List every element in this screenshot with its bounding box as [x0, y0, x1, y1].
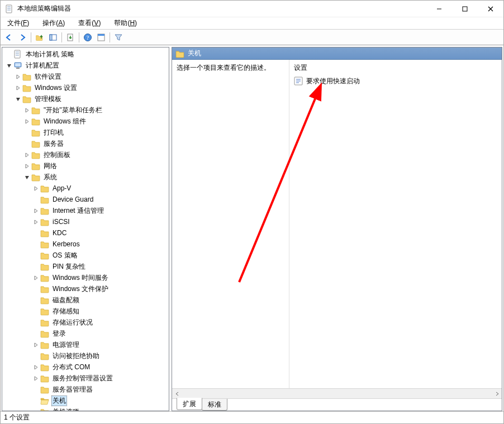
tree-node-internet-comm[interactable]: Internet 通信管理 — [2, 205, 169, 216]
menu-action[interactable]: 操作(A) — [39, 17, 68, 29]
tree-pane[interactable]: 本地计算机 策略 计算机配置 软件设置 Windows 设置 — [2, 47, 169, 411]
tree-node-app-v[interactable]: App-V — [2, 183, 169, 194]
expander-icon[interactable] — [31, 217, 40, 226]
tree-node-os-policy[interactable]: OS 策略 — [2, 250, 169, 261]
tree-node-server-manager[interactable]: 服务器管理器 — [2, 384, 169, 395]
expander-icon[interactable] — [31, 385, 40, 394]
expander-icon[interactable] — [22, 161, 31, 170]
scroll-left-button[interactable] — [172, 389, 182, 398]
menu-file[interactable]: 文件(F) — [4, 17, 32, 29]
scroll-track[interactable] — [191, 389, 483, 398]
expander-icon[interactable] — [31, 251, 40, 260]
expander-icon[interactable] — [13, 83, 22, 92]
expander-icon[interactable] — [31, 284, 40, 293]
tree-node-svc-control[interactable]: 服务控制管理器设置 — [2, 373, 169, 384]
tree-node-logon[interactable]: 登录 — [2, 328, 169, 339]
tree-label: 电源管理 — [51, 340, 80, 350]
help-button[interactable]: ? — [82, 31, 94, 44]
expander-icon[interactable] — [4, 61, 13, 70]
expander-icon[interactable] — [22, 150, 31, 159]
back-button[interactable] — [3, 31, 15, 44]
horizontal-scrollbar[interactable] — [172, 388, 502, 398]
expander-icon[interactable] — [31, 195, 40, 204]
tree-node-disk-quota[interactable]: 磁盘配额 — [2, 294, 169, 306]
expander-icon[interactable] — [31, 262, 40, 271]
export-button[interactable] — [64, 31, 77, 44]
tree-node-admin-templates[interactable]: 管理模板 — [2, 93, 169, 104]
expander-icon[interactable] — [31, 363, 40, 371]
close-button[interactable] — [478, 1, 503, 17]
tree-node-network[interactable]: 网络 — [2, 160, 169, 171]
expander-icon[interactable] — [31, 296, 40, 304]
tree-label: 登录 — [51, 329, 67, 339]
expander-icon[interactable] — [31, 407, 40, 411]
folder-icon — [40, 184, 49, 193]
tree-node-software-settings[interactable]: 软件设置 — [2, 71, 169, 82]
tree-node-device-guard[interactable]: Device Guard — [2, 194, 169, 205]
tree-node-file-protection[interactable]: Windows 文件保护 — [2, 283, 169, 294]
menu-help[interactable]: 帮助(H) — [111, 17, 140, 29]
expander-icon[interactable] — [31, 374, 40, 383]
expander-icon[interactable] — [31, 396, 40, 405]
folder-icon — [31, 173, 40, 182]
tree-node-kdc[interactable]: KDC — [2, 227, 169, 239]
expander-icon[interactable] — [22, 139, 31, 148]
folder-icon — [22, 83, 31, 92]
expander-icon[interactable] — [31, 329, 40, 338]
minimize-button[interactable] — [426, 1, 452, 17]
expander-icon[interactable] — [31, 273, 40, 282]
forward-button[interactable] — [16, 31, 28, 44]
expander-icon[interactable] — [22, 117, 31, 126]
tree-node-power[interactable]: 电源管理 — [2, 339, 169, 350]
properties-button[interactable] — [95, 31, 107, 44]
expander-icon[interactable] — [13, 72, 22, 81]
expander-icon[interactable] — [31, 340, 40, 349]
tree-node-start-menu[interactable]: "开始"菜单和任务栏 — [2, 104, 169, 116]
tree-label: 关机选项 — [51, 407, 80, 412]
tree-node-access-denied[interactable]: 访问被拒绝协助 — [2, 350, 169, 361]
expander-icon[interactable] — [31, 307, 40, 316]
up-level-button[interactable] — [34, 31, 46, 44]
expander-icon[interactable] — [22, 173, 31, 182]
maximize-button[interactable] — [452, 1, 478, 17]
setting-item-fast-startup[interactable]: 要求使用快速启动 — [293, 76, 498, 86]
scroll-right-button[interactable] — [492, 389, 502, 398]
show-hide-tree-button[interactable] — [47, 31, 59, 44]
tree-node-windows-components[interactable]: Windows 组件 — [2, 116, 169, 127]
expander-icon[interactable] — [31, 318, 40, 327]
tree-node-kerberos[interactable]: Kerberos — [2, 239, 169, 250]
expander-icon[interactable] — [31, 184, 40, 193]
tree-node-dcom[interactable]: 分布式 COM — [2, 361, 169, 373]
tree-node-shutdown[interactable]: 关机 — [2, 395, 169, 406]
expander-icon[interactable] — [22, 128, 31, 137]
tab-extended[interactable]: 扩展 — [177, 398, 202, 410]
settings-header[interactable]: 设置 — [293, 62, 498, 76]
expander-icon[interactable] — [4, 50, 13, 59]
expander-icon[interactable] — [31, 206, 40, 215]
tree-node-system[interactable]: 系统 — [2, 171, 169, 183]
tree-node-windows-settings[interactable]: Windows 设置 — [2, 82, 169, 93]
folder-icon — [40, 318, 49, 327]
menu-view[interactable]: 查看(V) — [75, 17, 104, 29]
tree-node-computer-config[interactable]: 计算机配置 — [2, 60, 169, 71]
tree-label: OS 策略 — [51, 251, 79, 260]
tree-node-control-panel[interactable]: 控制面板 — [2, 149, 169, 160]
tree-node-storage-health[interactable]: 存储运行状况 — [2, 317, 169, 328]
tree-node-storage-sense[interactable]: 存储感知 — [2, 306, 169, 317]
tree-node-windows-time[interactable]: Windows 时间服务 — [2, 272, 169, 283]
expander-icon[interactable] — [31, 240, 40, 249]
tree-node-root[interactable]: 本地计算机 策略 — [2, 49, 169, 60]
tree-node-printers[interactable]: 打印机 — [2, 127, 169, 138]
expander-icon[interactable] — [13, 94, 22, 103]
expander-icon[interactable] — [22, 106, 31, 115]
folder-open-icon — [40, 396, 49, 405]
tree-node-server[interactable]: 服务器 — [2, 138, 169, 149]
folder-icon — [40, 363, 49, 371]
tree-node-iscsi[interactable]: iSCSI — [2, 216, 169, 227]
tree-node-shutdown-options[interactable]: 关机选项 — [2, 406, 169, 411]
tab-standard[interactable]: 标准 — [202, 399, 227, 411]
expander-icon[interactable] — [31, 228, 40, 237]
filter-button[interactable] — [112, 31, 125, 44]
expander-icon[interactable] — [31, 351, 40, 360]
tree-node-pin-complexity[interactable]: PIN 复杂性 — [2, 261, 169, 272]
